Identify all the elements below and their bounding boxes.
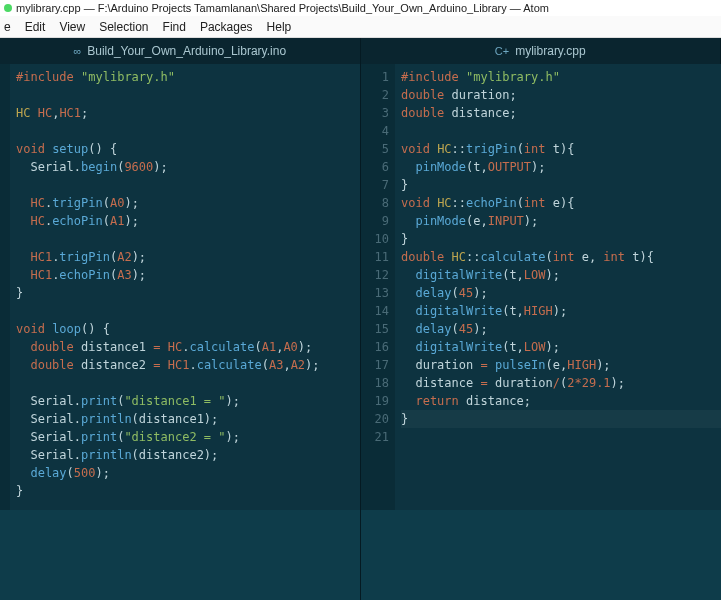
code-line[interactable]: delay(45);: [401, 284, 721, 302]
code-line[interactable]: void HC::echoPin(int e){: [401, 194, 721, 212]
code-line[interactable]: }: [16, 284, 360, 302]
tab-left[interactable]: ∞ Build_Your_Own_Arduino_Library.ino: [0, 38, 361, 64]
editor-pane-right[interactable]: 123456789101112131415161718192021 #inclu…: [360, 64, 721, 600]
arduino-file-icon: ∞: [73, 45, 81, 57]
pane-bottom-fade: [361, 510, 721, 600]
code-line[interactable]: Serial.println(distance2);: [16, 446, 360, 464]
code-line[interactable]: [401, 122, 721, 140]
code-line[interactable]: double distance;: [401, 104, 721, 122]
line-number: 14: [361, 302, 389, 320]
editor-panes: #include "mylibrary.h"HC HC,HC1;void set…: [0, 64, 721, 600]
code-line[interactable]: }: [401, 230, 721, 248]
code-area-right[interactable]: #include "mylibrary.h"double duration;do…: [395, 64, 721, 446]
line-number: 9: [361, 212, 389, 230]
code-line[interactable]: void HC::trigPin(int t){: [401, 140, 721, 158]
code-line[interactable]: delay(45);: [401, 320, 721, 338]
code-line[interactable]: digitalWrite(t,LOW);: [401, 338, 721, 356]
line-number: 18: [361, 374, 389, 392]
line-number: 20: [361, 410, 389, 428]
line-number: 11: [361, 248, 389, 266]
cpp-file-icon: C+: [495, 45, 509, 57]
window-title-bar: mylibrary.cpp — F:\Arduino Projects Tama…: [0, 0, 721, 16]
tab-right[interactable]: C+ mylibrary.cpp: [361, 38, 722, 64]
code-line[interactable]: [16, 122, 360, 140]
code-line[interactable]: delay(500);: [16, 464, 360, 482]
code-line[interactable]: Serial.print("distance2 = ");: [16, 428, 360, 446]
line-number: 15: [361, 320, 389, 338]
code-line[interactable]: double duration;: [401, 86, 721, 104]
code-line[interactable]: void loop() {: [16, 320, 360, 338]
line-number: 21: [361, 428, 389, 446]
window-title: mylibrary.cpp — F:\Arduino Projects Tama…: [16, 2, 549, 14]
line-number: 7: [361, 176, 389, 194]
code-area-left[interactable]: #include "mylibrary.h"HC HC,HC1;void set…: [12, 64, 360, 500]
line-number: 16: [361, 338, 389, 356]
code-line[interactable]: #include "mylibrary.h": [401, 68, 721, 86]
code-line[interactable]: pinMode(t,OUTPUT);: [401, 158, 721, 176]
tab-left-label: Build_Your_Own_Arduino_Library.ino: [87, 44, 286, 58]
line-number: 8: [361, 194, 389, 212]
code-line[interactable]: Serial.println(distance1);: [16, 410, 360, 428]
code-line[interactable]: HC.trigPin(A0);: [16, 194, 360, 212]
tab-right-label: mylibrary.cpp: [515, 44, 585, 58]
line-number: 10: [361, 230, 389, 248]
pane-bottom-fade: [0, 510, 360, 600]
code-line[interactable]: HC1.echoPin(A3);: [16, 266, 360, 284]
code-line[interactable]: double HC::calculate(int e, int t){: [401, 248, 721, 266]
tabs-row: ∞ Build_Your_Own_Arduino_Library.ino C+ …: [0, 38, 721, 64]
code-line[interactable]: void setup() {: [16, 140, 360, 158]
code-line[interactable]: return distance;: [401, 392, 721, 410]
code-line[interactable]: HC.echoPin(A1);: [16, 212, 360, 230]
code-line[interactable]: Serial.begin(9600);: [16, 158, 360, 176]
menu-item-view[interactable]: View: [59, 20, 85, 34]
menu-item-find[interactable]: Find: [163, 20, 186, 34]
line-number: 17: [361, 356, 389, 374]
line-number: 19: [361, 392, 389, 410]
editor-pane-left[interactable]: #include "mylibrary.h"HC HC,HC1;void set…: [0, 64, 360, 600]
code-line[interactable]: [16, 302, 360, 320]
code-line[interactable]: distance = duration/(2*29.1);: [401, 374, 721, 392]
menu-item-selection[interactable]: Selection: [99, 20, 148, 34]
code-line[interactable]: HC1.trigPin(A2);: [16, 248, 360, 266]
code-line[interactable]: duration = pulseIn(e,HIGH);: [401, 356, 721, 374]
menu-item-edit[interactable]: Edit: [25, 20, 46, 34]
code-line[interactable]: [16, 374, 360, 392]
menu-item-e[interactable]: e: [4, 20, 11, 34]
code-line[interactable]: HC HC,HC1;: [16, 104, 360, 122]
code-line[interactable]: }: [401, 410, 721, 428]
line-number: 13: [361, 284, 389, 302]
menu-item-help[interactable]: Help: [267, 20, 292, 34]
code-line[interactable]: [16, 230, 360, 248]
code-line[interactable]: #include "mylibrary.h": [16, 68, 360, 86]
app-activity-dot-icon: [4, 4, 12, 12]
line-number: 1: [361, 68, 389, 86]
code-line[interactable]: pinMode(e,INPUT);: [401, 212, 721, 230]
code-line[interactable]: [401, 428, 721, 446]
line-number: 5: [361, 140, 389, 158]
menubar: eEditViewSelectionFindPackagesHelp: [0, 16, 721, 38]
code-line[interactable]: Serial.print("distance1 = ");: [16, 392, 360, 410]
line-number: 12: [361, 266, 389, 284]
code-line[interactable]: digitalWrite(t,HIGH);: [401, 302, 721, 320]
line-number: 6: [361, 158, 389, 176]
menu-item-packages[interactable]: Packages: [200, 20, 253, 34]
line-number: 4: [361, 122, 389, 140]
code-line[interactable]: double distance2 = HC1.calculate(A3,A2);: [16, 356, 360, 374]
line-number: 2: [361, 86, 389, 104]
line-number: 3: [361, 104, 389, 122]
code-line[interactable]: [16, 86, 360, 104]
code-line[interactable]: double distance1 = HC.calculate(A1,A0);: [16, 338, 360, 356]
code-line[interactable]: }: [401, 176, 721, 194]
code-line[interactable]: }: [16, 482, 360, 500]
code-line[interactable]: [16, 176, 360, 194]
code-line[interactable]: digitalWrite(t,LOW);: [401, 266, 721, 284]
